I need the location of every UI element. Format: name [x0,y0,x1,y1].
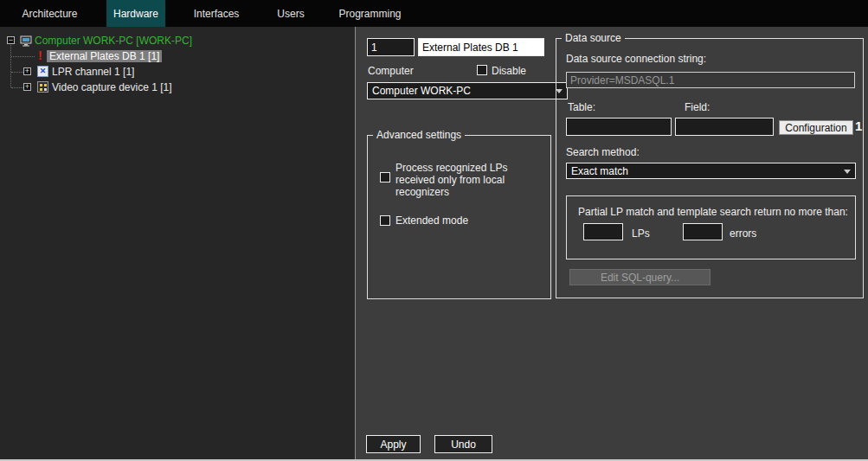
field-field[interactable] [675,118,774,136]
extended-mode-checkbox[interactable] [380,215,390,226]
disable-label: Disable [492,65,526,77]
errors-limit-field[interactable] [683,223,723,240]
advanced-settings-title: Advanced settings [373,129,465,141]
app-window: Architecture Hardware Interfaces Users P… [0,0,868,461]
process-recognized-lps-label: Process recognized LPs received only fro… [395,162,520,198]
disable-checkbox[interactable] [477,65,487,75]
tree-item-label: Computer WORK-PC [WORK-PC] [35,35,192,47]
partial-match-label: Partial LP match and template search ret… [578,206,848,218]
advanced-settings-group: Advanced settings Process recognized LPs… [367,135,551,299]
tree-item-label: External Plates DB 1 [1] [47,50,162,62]
search-method-dropdown[interactable]: Exact match [566,163,856,179]
configuration-button[interactable]: Configuration [779,120,853,135]
chevron-down-icon [844,170,851,174]
search-method-value: Exact match [571,165,628,177]
top-tab-bar: Architecture Hardware Interfaces Users P… [0,0,868,27]
process-recognized-lps-checkbox[interactable] [380,172,390,182]
field-label: Field: [685,101,710,113]
computer-dropdown[interactable]: Computer WORK-PC [367,82,568,99]
undo-button[interactable]: Undo [434,435,492,453]
partial-match-group: Partial LP match and template search ret… [566,195,856,259]
tab-architecture[interactable]: Architecture [13,0,87,27]
expand-icon[interactable]: + [23,83,31,91]
computer-label: Computer [368,65,414,77]
table-label: Table: [568,101,595,113]
computer-icon [20,35,32,49]
tab-programming[interactable]: Programming [333,0,407,27]
tree-item-external-plates-db[interactable]: ! External Plates DB 1 [1] [0,49,355,64]
tab-interfaces[interactable]: Interfaces [182,0,251,27]
tree-item-lpr-channel[interactable]: + ✕ LPR channel 1 [1] [0,65,355,80]
object-name-field[interactable] [418,38,544,56]
tab-users[interactable]: Users [270,0,312,27]
callout-1: 1 [855,118,862,133]
connection-string-field[interactable] [566,72,855,88]
video-capture-icon [37,81,48,93]
errors-label: errors [730,227,756,240]
computer-dropdown-value: Computer WORK-PC [372,85,471,97]
tree-item-label: LPR channel 1 [1] [52,66,134,78]
object-id-field[interactable] [367,38,415,56]
tree-item-video-capture-device[interactable]: + Video capture device 1 [1] [0,80,355,95]
table-field[interactable] [566,118,672,136]
lpr-channel-icon: ✕ [37,66,48,77]
hardware-tree-panel: − Computer WORK-PC [WORK-PC] ! External … [0,27,356,461]
data-source-title: Data source [562,32,625,44]
extended-mode-label: Extended mode [395,214,468,227]
tab-hardware[interactable]: Hardware [106,0,165,27]
exclamation-icon: ! [38,48,42,62]
apply-button[interactable]: Apply [366,435,421,453]
lps-label: LPs [632,227,650,240]
data-source-group: Data source Data source connection strin… [556,38,864,298]
lps-limit-field[interactable] [583,223,623,240]
tree-item-label: Video capture device 1 [1] [52,81,172,93]
collapse-icon[interactable]: − [7,36,15,44]
edit-sql-query-button[interactable]: Edit SQL-query... [569,269,710,285]
expand-icon[interactable]: + [23,67,31,75]
search-method-label: Search method: [566,146,640,158]
tree-item-computer[interactable]: − Computer WORK-PC [WORK-PC] [0,34,355,48]
connection-string-label: Data source connection string: [566,53,706,65]
